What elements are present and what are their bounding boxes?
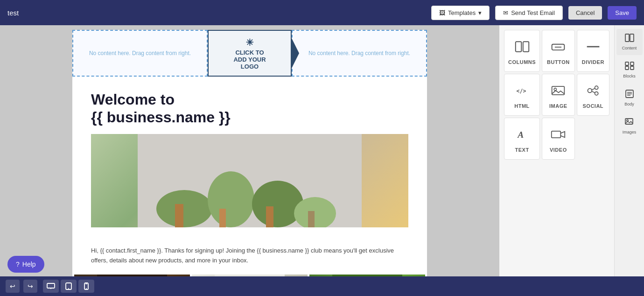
columns-icon [515,40,530,56]
svg-point-56 [86,288,87,289]
mobile-view-button[interactable] [78,280,94,293]
logo-placeholder[interactable]: ☀ CLICK TO ADD YOUR LOGO [208,30,292,77]
svg-rect-40 [630,62,634,65]
svg-point-1 [156,190,212,227]
video-label: VIDEO [550,147,567,153]
svg-rect-5 [219,209,226,227]
help-button[interactable]: ? Help [7,256,44,273]
content-item-social[interactable]: SOCIAL [577,74,609,116]
tablet-view-button[interactable] [61,280,77,293]
svg-rect-4 [175,204,183,227]
svg-rect-9 [97,275,167,276]
sidebar-item-images[interactable]: Images [616,113,643,139]
thumb-image-1 [74,275,190,276]
svg-rect-49 [47,283,55,288]
content-item-text[interactable]: A TEXT [504,118,540,160]
svg-point-31 [595,86,598,89]
content-item-video[interactable]: VIDEO [542,118,574,160]
undo-button[interactable]: ↩ [6,280,20,293]
divider-icon [586,40,601,56]
email-icon: ✉ [503,9,508,16]
cancel-button[interactable]: Cancel [568,6,602,20]
logo-icon: ☀ [245,37,254,48]
content-item-columns[interactable]: COLUMNS [504,30,540,72]
content-item-html[interactable]: </> HTML [504,74,540,116]
html-icon: </> [515,84,530,100]
redo-button[interactable]: ↪ [23,280,37,293]
social-icon [586,84,601,100]
svg-rect-18 [332,275,402,276]
svg-point-48 [626,120,628,121]
svg-rect-41 [625,66,629,70]
email-images-row [72,275,427,276]
content-item-button[interactable]: BUTTON [542,30,574,72]
welcome-heading: Welcome to{{ business.name }} [91,91,408,127]
svg-rect-28 [552,86,565,95]
email-body-text: Hi, {{ contact.first_name }}. Thanks for… [72,237,427,275]
bottom-bar: ↩ ↪ [0,276,644,296]
svg-rect-23 [523,42,528,51]
page-title: test [7,9,426,17]
svg-point-32 [595,92,598,95]
header-left-placeholder[interactable]: No content here. Drag content from right… [72,30,208,77]
button-icon [551,40,566,56]
text-icon: A [515,128,530,144]
svg-point-53 [68,288,69,289]
email-header-row: No content here. Drag content from right… [72,30,427,77]
main-area: No content here. Drag content from right… [0,25,644,276]
help-icon: ? [16,261,20,268]
columns-label: COLUMNS [508,59,536,65]
content-item-divider[interactable]: DIVIDER [577,30,609,72]
button-label: BUTTON [547,59,570,65]
html-label: HTML [514,103,530,109]
svg-rect-47 [625,119,633,124]
view-buttons [43,280,94,293]
social-label: SOCIAL [582,103,603,109]
send-test-email-button[interactable]: ✉ Send Test Email [495,6,563,20]
divider-label: DIVIDER [582,59,604,65]
svg-rect-6 [266,206,273,227]
svg-point-2 [208,171,254,227]
images-icon [625,118,634,128]
svg-text:</>: </> [516,88,526,94]
body-icon [625,90,634,100]
thumb-image-2 [192,275,308,276]
content-icon [625,34,634,44]
content-panel: COLUMNS BUTTON [499,25,614,276]
svg-rect-36 [552,131,561,137]
right-panel: COLUMNS BUTTON [499,25,644,276]
icon-sidebar: Content Blocks [614,25,644,276]
svg-rect-39 [625,62,629,65]
welcome-image-svg [91,134,408,227]
blocks-icon [625,62,634,72]
video-icon [551,128,566,144]
email-canvas-area: No content here. Drag content from right… [0,25,499,276]
svg-rect-22 [515,42,521,51]
sidebar-item-blocks[interactable]: Blocks [616,57,643,83]
svg-line-33 [592,88,595,90]
sidebar-item-content[interactable]: Content [616,29,643,55]
header-right-placeholder[interactable]: No content here. Drag content from right… [292,30,427,77]
templates-button[interactable]: 🖼 Templates ▾ [431,6,490,20]
email-canvas: No content here. Drag content from right… [72,30,427,276]
svg-rect-42 [630,66,634,70]
content-item-image[interactable]: IMAGE [542,74,574,116]
desktop-view-button[interactable] [43,280,59,293]
save-button[interactable]: Save [608,6,637,20]
content-grid: COLUMNS BUTTON [504,30,609,160]
image-icon [551,84,566,100]
svg-line-34 [592,91,595,92]
thumb-image-3 [309,275,425,276]
svg-point-30 [588,88,592,92]
email-welcome-section: Welcome to{{ business.name }} [72,77,427,237]
text-label: TEXT [515,147,529,153]
topbar: test 🖼 Templates ▾ ✉ Send Test Email Can… [0,0,644,25]
svg-rect-37 [625,34,629,42]
image-label: IMAGE [549,103,567,109]
svg-point-29 [554,88,556,90]
templates-icon: 🖼 [439,9,445,16]
welcome-image [91,134,408,227]
svg-rect-8 [308,211,315,227]
svg-point-3 [252,181,303,227]
sidebar-item-body[interactable]: Body [616,85,643,111]
